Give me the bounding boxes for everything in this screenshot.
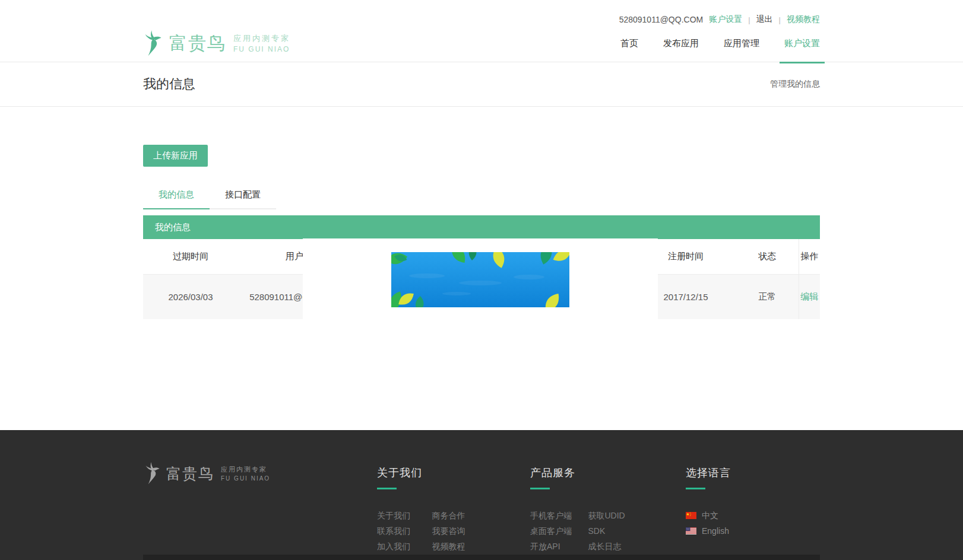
hummingbird-logo-icon	[144, 462, 161, 485]
brand-tagline: 应用内测专家 FU GUI NIAO	[233, 33, 290, 53]
account-email: 528091011@QQ.COM	[619, 15, 704, 24]
footer-link-desktop-client[interactable]: 桌面客户端	[530, 523, 585, 539]
footer-link-get-udid[interactable]: 获取UDID	[588, 508, 643, 523]
language-label: English	[702, 523, 729, 539]
footer-link-open-api[interactable]: 开放API	[530, 539, 585, 554]
footer-link-business-coop[interactable]: 商务合作	[432, 508, 484, 523]
edit-link[interactable]: 编辑	[800, 291, 818, 301]
site-header: 富贵鸟 应用内测专家 FU GUI NIAO 首页 发布应用 应用管理 账户设置	[0, 25, 963, 62]
footer-bottom-strip	[143, 555, 820, 560]
site-logo[interactable]: 富贵鸟 应用内测专家 FU GUI NIAO	[143, 30, 290, 56]
cell-status: 正常	[736, 274, 799, 319]
separator: |	[779, 15, 781, 24]
us-flag-icon	[686, 527, 696, 534]
tagline-cn: 应用内测专家	[233, 33, 290, 44]
promo-overlay	[303, 238, 658, 319]
footer-link-changelog[interactable]: 成长日志	[588, 539, 643, 554]
nav-item-account-settings[interactable]: 账户设置	[784, 25, 820, 62]
footer-link-video-tutorial[interactable]: 视频教程	[432, 539, 484, 554]
video-tutorial-link[interactable]: 视频教程	[787, 14, 820, 25]
green-underline	[686, 488, 705, 489]
footer-section-products: 产品服务 手机客户端 桌面客户端 开放API 获取UDID SDK 成长日志	[530, 466, 643, 554]
page-title: 我的信息	[143, 75, 195, 93]
logout-link[interactable]: 退出	[756, 14, 773, 25]
tagline-en: FU GUI NIAO	[221, 475, 270, 482]
nav-item-publish-app[interactable]: 发布应用	[663, 25, 699, 62]
cell-action: 编辑	[799, 274, 820, 319]
site-footer: 富贵鸟 应用内测专家 FU GUI NIAO 关于我们 关于我们 联系我们 加入…	[0, 430, 963, 560]
footer-section-language: 选择语言 中文	[686, 466, 731, 539]
page-title-bar: 我的信息 管理我的信息	[0, 62, 963, 107]
language-label: 中文	[702, 508, 718, 523]
footer-section-about: 关于我们 关于我们 联系我们 加入我们 商务合作 我要咨询 视频教程	[377, 466, 484, 554]
upload-new-app-button[interactable]: 上传新应用	[143, 145, 208, 167]
footer-link-mobile-client[interactable]: 手机客户端	[530, 508, 585, 523]
hummingbird-logo-icon	[143, 30, 163, 56]
panel-title: 我的信息	[143, 215, 820, 239]
col-header-expire-time: 过期时间	[143, 239, 238, 274]
green-underline	[377, 488, 397, 489]
cell-expire-time: 2026/03/03	[143, 274, 238, 319]
col-header-action: 操作	[799, 239, 820, 274]
nav-item-app-manage[interactable]: 应用管理	[724, 25, 759, 62]
language-item-chinese[interactable]: 中文	[686, 508, 731, 523]
footer-link-join-us[interactable]: 加入我们	[377, 539, 429, 554]
china-flag-icon	[686, 512, 696, 519]
separator: |	[748, 15, 750, 24]
nav-item-home[interactable]: 首页	[620, 25, 638, 62]
tab-my-info[interactable]: 我的信息	[143, 183, 210, 209]
main-nav: 首页 发布应用 应用管理 账户设置	[620, 25, 820, 62]
tab-api-config[interactable]: 接口配置	[210, 183, 276, 209]
footer-link-sdk[interactable]: SDK	[588, 523, 643, 539]
footer-section-title: 选择语言	[686, 466, 731, 480]
footer-section-title: 产品服务	[530, 466, 643, 480]
footer-link-consult[interactable]: 我要咨询	[432, 523, 484, 539]
top-utility-bar: 528091011@QQ.COM 账户设置 | 退出 | 视频教程	[0, 0, 963, 25]
footer-link-about-us[interactable]: 关于我们	[377, 508, 429, 523]
account-settings-link[interactable]: 账户设置	[709, 14, 742, 25]
brand-tagline: 应用内测专家 FU GUI NIAO	[221, 465, 270, 482]
footer-link-contact-us[interactable]: 联系我们	[377, 523, 429, 539]
green-underline	[530, 488, 550, 489]
footer-section-title: 关于我们	[377, 466, 484, 480]
footer-logo: 富贵鸟 应用内测专家 FU GUI NIAO	[144, 462, 270, 485]
brand-name: 富贵鸟	[169, 31, 226, 56]
language-item-english[interactable]: English	[686, 523, 731, 539]
tabs: 我的信息 接口配置	[143, 183, 820, 209]
tagline-en: FU GUI NIAO	[233, 45, 290, 53]
manage-info-link[interactable]: 管理我的信息	[770, 79, 820, 90]
brand-name: 富贵鸟	[166, 464, 214, 483]
col-header-status: 状态	[736, 239, 799, 274]
banner-image	[391, 252, 569, 307]
tagline-cn: 应用内测专家	[221, 465, 270, 474]
